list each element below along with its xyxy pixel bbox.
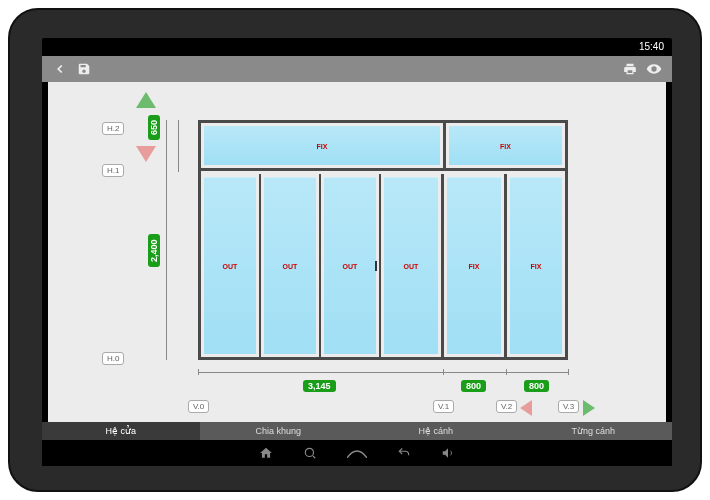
transom-row: FIX FIX <box>201 123 565 171</box>
screen: 15:40 H.2 H.1 <box>42 38 672 466</box>
dim-span1[interactable]: 3,145 <box>303 380 336 392</box>
transom-pane-1[interactable]: FIX <box>201 123 446 168</box>
save-button[interactable] <box>74 59 94 79</box>
tick <box>198 369 199 375</box>
marker-v0[interactable]: V.0 <box>188 400 209 413</box>
marker-v3[interactable]: V.3 <box>558 400 579 413</box>
dim-line-v <box>166 120 167 360</box>
volume-icon <box>441 446 455 460</box>
door-group-main: OUT OUT OUT OUT <box>201 174 444 357</box>
recents-icon <box>347 448 367 458</box>
dim-span2[interactable]: 800 <box>461 380 486 392</box>
back-button[interactable] <box>50 59 70 79</box>
volume-button[interactable] <box>441 446 455 460</box>
glass <box>264 177 316 354</box>
design-canvas[interactable]: H.2 H.1 H.0 650 2,400 FIX <box>48 82 666 422</box>
status-bar: 15:40 <box>42 38 672 56</box>
glass <box>324 177 376 354</box>
undo-icon <box>397 446 411 460</box>
door-group-fix2: FIX <box>507 174 565 357</box>
recents-button[interactable] <box>347 448 367 458</box>
home-icon <box>259 446 273 460</box>
door-panel-2[interactable]: OUT <box>261 174 321 357</box>
marker-v2[interactable]: V.2 <box>496 400 517 413</box>
arrow-left-icon[interactable] <box>520 400 532 416</box>
glass <box>449 126 562 165</box>
preview-button[interactable] <box>644 59 664 79</box>
glass <box>204 126 440 165</box>
svg-point-0 <box>305 448 313 456</box>
glass <box>447 177 501 354</box>
lower-row: OUT OUT OUT OUT FIX FIX <box>201 174 565 357</box>
save-icon <box>77 62 91 76</box>
dim-top-height[interactable]: 650 <box>148 115 160 140</box>
search-icon <box>303 446 317 460</box>
door-panel-4[interactable]: OUT <box>381 174 441 357</box>
glass <box>510 177 562 354</box>
glass <box>384 177 438 354</box>
glass <box>204 177 256 354</box>
transom-pane-2[interactable]: FIX <box>446 123 565 168</box>
door-group-fix1: FIX <box>444 174 507 357</box>
clock: 15:40 <box>639 41 664 52</box>
bottom-tabs: Hệ cửa Chia khung Hệ cánh Từng cánh <box>42 422 672 440</box>
print-button[interactable] <box>620 59 640 79</box>
print-icon <box>623 62 637 76</box>
door-panel-1[interactable]: OUT <box>201 174 261 357</box>
window-frame[interactable]: FIX FIX OUT OUT OUT OUT <box>198 120 568 360</box>
marker-h2[interactable]: H.2 <box>102 122 124 135</box>
arrow-down-icon[interactable] <box>136 146 156 162</box>
tick <box>443 369 444 375</box>
dim-line-h <box>198 372 568 373</box>
marker-h1[interactable]: H.1 <box>102 164 124 177</box>
door-panel-5[interactable]: FIX <box>444 174 504 357</box>
tab-tung-canh[interactable]: Từng cánh <box>515 422 673 440</box>
drawing-area: H.2 H.1 H.0 650 2,400 FIX <box>48 82 666 422</box>
undo-button[interactable] <box>397 446 411 460</box>
arrow-right-icon[interactable] <box>583 400 595 416</box>
tab-he-canh[interactable]: Hệ cánh <box>357 422 515 440</box>
dim-total-height[interactable]: 2,400 <box>148 234 160 267</box>
tablet-frame: 15:40 H.2 H.1 <box>8 8 702 492</box>
tick <box>568 369 569 375</box>
marker-h0[interactable]: H.0 <box>102 352 124 365</box>
back-icon <box>53 62 67 76</box>
dim-span3[interactable]: 800 <box>524 380 549 392</box>
door-panel-6[interactable]: FIX <box>507 174 565 357</box>
system-nav-bar <box>42 440 672 466</box>
search-button[interactable] <box>303 446 317 460</box>
app-toolbar <box>42 56 672 82</box>
tab-he-cua[interactable]: Hệ cửa <box>42 422 200 440</box>
eye-icon <box>646 61 662 77</box>
arrow-up-icon[interactable] <box>136 92 156 108</box>
marker-v1[interactable]: V.1 <box>433 400 454 413</box>
dim-line-v2 <box>178 120 179 172</box>
home-button[interactable] <box>259 446 273 460</box>
door-panel-3[interactable]: OUT <box>321 174 381 357</box>
tick <box>506 369 507 375</box>
door-handle-icon <box>375 261 377 271</box>
tab-chia-khung[interactable]: Chia khung <box>200 422 358 440</box>
